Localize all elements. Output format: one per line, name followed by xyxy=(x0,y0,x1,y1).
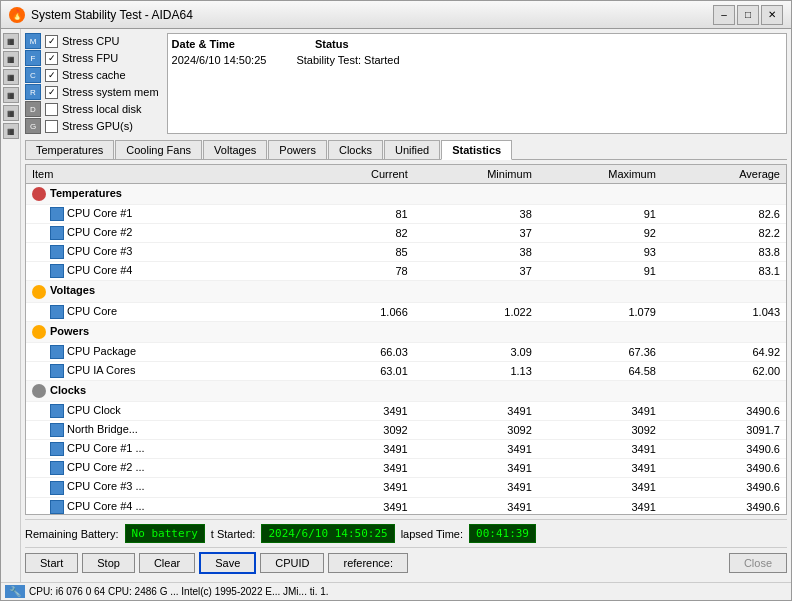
table-row: CPU IA Cores63.011.1364.5862.00 xyxy=(26,361,786,380)
top-section: M Stress CPU F Stress FPU C Stress cache xyxy=(25,33,787,134)
section-label-3: Clocks xyxy=(26,380,786,401)
section-header-temperatures: Temperatures xyxy=(26,184,786,205)
row-maximum-3-0: 3491 xyxy=(538,402,662,421)
row-item-2-0: CPU Package xyxy=(26,342,290,361)
stress-gpu-checkbox[interactable] xyxy=(45,120,58,133)
row-item-0-2: CPU Core #3 xyxy=(26,243,290,262)
row-average-3-4: 3490.6 xyxy=(662,478,786,497)
start-button[interactable]: Start xyxy=(25,553,78,573)
col-item: Item xyxy=(26,165,290,184)
clear-button[interactable]: Clear xyxy=(139,553,195,573)
battery-label: Remaining Battery: xyxy=(25,528,119,540)
cpu-item-icon xyxy=(50,226,64,240)
row-current-0-2: 85 xyxy=(290,243,414,262)
tab-statistics[interactable]: Statistics xyxy=(441,140,512,160)
action-close-button[interactable]: Close xyxy=(729,553,787,573)
cpu-item-icon xyxy=(50,442,64,456)
stress-cache-checkbox[interactable] xyxy=(45,69,58,82)
row-minimum-3-2: 3491 xyxy=(414,440,538,459)
stress-cpu-label: Stress CPU xyxy=(62,35,119,47)
close-window-button[interactable]: ✕ xyxy=(761,5,783,25)
cpuid-button[interactable]: CPUID xyxy=(260,553,324,573)
data-table-container[interactable]: Item Current Minimum Maximum Average Tem… xyxy=(25,164,787,515)
date-time-header: Date & Time xyxy=(172,38,235,50)
row-average-3-1: 3091.7 xyxy=(662,421,786,440)
section-header-clocks: Clocks xyxy=(26,380,786,401)
battery-value: No battery xyxy=(125,524,205,543)
row-minimum-2-1: 1.13 xyxy=(414,361,538,380)
row-maximum-0-3: 91 xyxy=(538,262,662,281)
minimize-button[interactable]: – xyxy=(713,5,735,25)
cpu-item-icon xyxy=(50,500,64,514)
col-maximum: Maximum xyxy=(538,165,662,184)
save-button[interactable]: Save xyxy=(199,552,256,574)
row-average-0-2: 83.8 xyxy=(662,243,786,262)
status-value: Stability Test: Started xyxy=(296,54,399,66)
taskbar-hint: 🔧 CPU: i6 076 0 64 CPU: 2486 G ... Intel… xyxy=(1,582,791,600)
row-current-2-0: 66.03 xyxy=(290,342,414,361)
row-current-0-0: 81 xyxy=(290,205,414,224)
sidebar-icon-1: ▦ xyxy=(3,33,19,49)
row-maximum-2-0: 67.36 xyxy=(538,342,662,361)
stress-cache-icon: C xyxy=(25,67,41,83)
tab-powers[interactable]: Powers xyxy=(268,140,327,159)
section-label-0: Temperatures xyxy=(26,184,786,205)
maximize-button[interactable]: □ xyxy=(737,5,759,25)
stress-disk-checkbox[interactable] xyxy=(45,103,58,116)
row-item-3-3: CPU Core #2 ... xyxy=(26,459,290,478)
cpu-item-icon xyxy=(50,423,64,437)
cpu-item-icon xyxy=(50,245,64,259)
row-minimum-2-0: 3.09 xyxy=(414,342,538,361)
status-box: Date & Time Status 2024/6/10 14:50:25 St… xyxy=(167,33,787,134)
row-item-1-0: CPU Core xyxy=(26,302,290,321)
row-current-3-0: 3491 xyxy=(290,402,414,421)
table-row: CPU Package66.033.0967.3664.92 xyxy=(26,342,786,361)
title-bar-left: 🔥 System Stability Test - AIDA64 xyxy=(9,7,193,23)
stress-fpu-option: F Stress FPU xyxy=(25,50,159,66)
tab-clocks[interactable]: Clocks xyxy=(328,140,383,159)
table-row: CPU Core #3 ...3491349134913490.6 xyxy=(26,478,786,497)
reference-button[interactable]: reference: xyxy=(328,553,408,573)
row-minimum-0-2: 38 xyxy=(414,243,538,262)
row-maximum-3-3: 3491 xyxy=(538,459,662,478)
stress-fpu-checkbox[interactable] xyxy=(45,52,58,65)
row-maximum-2-1: 64.58 xyxy=(538,361,662,380)
row-item-0-1: CPU Core #2 xyxy=(26,224,290,243)
table-row: CPU Core #4 ...3491349134913490.6 xyxy=(26,497,786,515)
table-row: CPU Core #282379282.2 xyxy=(26,224,786,243)
row-current-1-0: 1.066 xyxy=(290,302,414,321)
row-maximum-0-1: 92 xyxy=(538,224,662,243)
tab-temperatures[interactable]: Temperatures xyxy=(25,140,114,159)
stress-gpu-label: Stress GPU(s) xyxy=(62,120,133,132)
stress-memory-checkbox[interactable] xyxy=(45,86,58,99)
row-current-3-4: 3491 xyxy=(290,478,414,497)
stress-cpu-option: M Stress CPU xyxy=(25,33,159,49)
stress-cpu-icon: M xyxy=(25,33,41,49)
row-average-3-0: 3490.6 xyxy=(662,402,786,421)
cpu-item-icon xyxy=(50,364,64,378)
stress-fpu-icon: F xyxy=(25,50,41,66)
stop-button[interactable]: Stop xyxy=(82,553,135,573)
tab-unified[interactable]: Unified xyxy=(384,140,440,159)
row-maximum-0-0: 91 xyxy=(538,205,662,224)
main-window: 🔥 System Stability Test - AIDA64 – □ ✕ ▦… xyxy=(0,0,792,601)
cpu-item-icon xyxy=(50,345,64,359)
stress-cpu-checkbox[interactable] xyxy=(45,35,58,48)
tabs-bar: Temperatures Cooling Fans Voltages Power… xyxy=(25,140,787,160)
row-minimum-3-4: 3491 xyxy=(414,478,538,497)
statistics-table: Item Current Minimum Maximum Average Tem… xyxy=(26,165,786,515)
section-header-powers: Powers xyxy=(26,321,786,342)
row-item-0-0: CPU Core #1 xyxy=(26,205,290,224)
row-minimum-0-1: 37 xyxy=(414,224,538,243)
row-current-2-1: 63.01 xyxy=(290,361,414,380)
row-average-3-2: 3490.6 xyxy=(662,440,786,459)
status-row: 2024/6/10 14:50:25 Stability Test: Start… xyxy=(172,54,782,66)
section-label-2: Powers xyxy=(26,321,786,342)
taskbar-chip: 🔧 xyxy=(5,585,25,598)
tab-cooling-fans[interactable]: Cooling Fans xyxy=(115,140,202,159)
stress-disk-option: D Stress local disk xyxy=(25,101,159,117)
row-average-3-3: 3490.6 xyxy=(662,459,786,478)
sidebar-icon-6: ▦ xyxy=(3,123,19,139)
tab-voltages[interactable]: Voltages xyxy=(203,140,267,159)
row-item-3-2: CPU Core #1 ... xyxy=(26,440,290,459)
